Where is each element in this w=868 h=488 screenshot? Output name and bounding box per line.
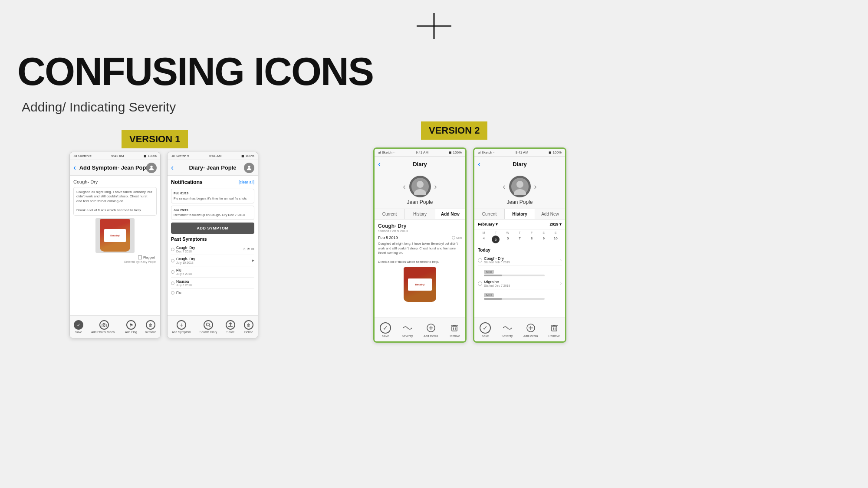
today-symptom-start-1: Started Feb 5 2019 [484,261,510,264]
nav-bar-v2-right: ‹ Diary [474,157,565,172]
symptom-details-1: Cough- Dry Started Feb 5 2019 [484,256,510,264]
status-left-v2l: ul Sketch ≈ [378,151,395,154]
back-btn-r[interactable]: ‹ [171,163,174,172]
symptom-date-3: July 5 2018 [176,272,254,275]
severity-btn-v2-right[interactable]: Severity [502,322,513,337]
back-btn-v2r[interactable]: ‹ [478,160,480,169]
search-diary-btn[interactable]: Search Diary [200,320,217,334]
symptom-icons-2: ▶ [252,259,254,262]
clear-all[interactable]: [clear all] [239,180,254,184]
status-right: ◼ 100% [144,154,157,158]
v2-left-entry-date: Feb 5 2019 [378,236,398,240]
add-media-btn-v2-left[interactable]: Add Media [424,322,438,337]
v2-left-symptom-title: Cough- Dry [378,223,462,229]
past-symptoms-title: Past Symptoms [171,236,254,242]
add-flag-btn-v1[interactable]: ⚑ Add Flag [125,320,137,334]
cal-7[interactable]: 7 [514,236,526,243]
chevron-right-v2r[interactable]: › [534,182,537,191]
tab-addnew-v2-right[interactable]: Add New [535,209,565,219]
notif-item-2: Jan 29/19 Reminder to follow up on Cough… [171,206,254,220]
flagged-checkbox[interactable]: Flagged [138,255,155,259]
chevron-right-v2[interactable]: › [434,182,437,191]
cal-9[interactable]: 9 [538,236,550,243]
avatar-row-v2-right: ‹ › [503,176,537,197]
avatar-v2-left [409,176,431,197]
tab-addnew-v2-left[interactable]: Add New [435,209,465,219]
nav-bar-v1-right: ‹ Diary- Jean Pople [168,160,258,176]
add-media-icon-v2r [525,322,536,334]
svg-point-4 [207,323,210,326]
add-symptom-bottom-btn[interactable]: + Add Symptom [172,320,191,334]
plus-icon [408,9,460,43]
back-button[interactable]: ‹ [73,163,76,172]
add-media-label-v2l: Add Media [424,334,438,337]
save-label-v2l: Save [382,334,389,337]
chevron-right-symptom-1: › [560,258,562,262]
notif-date-2: Jan 29/19 [174,208,252,213]
nav-avatar-r [244,163,254,173]
avatar-v1-left [146,163,157,173]
symptom-radio-today-2[interactable] [478,282,482,286]
add-symptom-btn[interactable]: ADD SYMPTOM [171,223,254,234]
symptom-row-1: Cough- Dry Dec 7 2018 ⚠ ⚑ ✉ [171,244,254,255]
tab-bar-v2-right: Current History Add New [474,209,565,219]
chevron-left-v2r[interactable]: ‹ [503,182,506,191]
status-bar-v1-right: .ul Sketch ≈ 9:41 AM ◼ 100% [168,152,258,160]
add-photo-btn-v1[interactable]: Add Photo/ Video... [91,320,117,334]
save-btn-v1[interactable]: ✓ Save [74,320,83,334]
share-btn[interactable]: Share [226,320,235,334]
svg-rect-22 [552,326,557,331]
camera-icon [99,320,109,330]
symptom-name-1: Cough- Dry [176,246,241,250]
cal-10[interactable]: 10 [549,236,562,243]
cal-8[interactable]: 8 [526,236,538,243]
main-heading: CONFUSING ICONS [17,52,373,91]
remove-btn-v2-left[interactable]: Remove [449,322,460,337]
cal-6[interactable]: 6 [502,236,514,243]
cal-5[interactable]: 5 [492,236,500,243]
svg-point-0 [150,165,152,167]
symptom-radio-3[interactable] [171,270,174,274]
v2-left-note: Coughed all night long. I have taken Ben… [378,242,462,265]
flagged-label: Flagged [143,255,155,259]
bottle-v2: Benadryl [404,267,436,302]
tab-history-v2-left[interactable]: History [405,209,435,219]
back-btn-v2l[interactable]: ‹ [378,160,381,169]
search-icon [204,320,213,330]
chevron-left-v2[interactable]: ‹ [403,182,406,191]
notif-date-1: Feb 01/19 [174,191,252,196]
severity-btn-v2-left[interactable]: Severity [402,322,413,337]
v2-left-symptom-date: Started Feb 5 2019 [378,229,462,233]
note-box-v1: Coughed all night long. I have taken Ben… [73,187,157,216]
symptom-radio-1[interactable] [171,248,174,251]
symptom-radio-4[interactable] [171,282,174,285]
note-text-v1: Coughed all night long. I have taken Ben… [76,190,152,203]
trash-icon-v2r [549,322,560,334]
remove-label: Remove [145,331,156,334]
symptom-name-5: Flu [176,291,254,295]
check-box[interactable] [138,255,142,259]
version2-label: VERSION 2 [421,121,487,140]
tab-bar-v2-left: Current History Add New [375,209,465,219]
email-icon: ✉ [251,247,254,251]
tab-history-v2-right[interactable]: History [505,209,535,219]
delete-btn[interactable]: 🗑 Delete [244,320,253,334]
remove-btn-v2-right[interactable]: Remove [549,322,560,337]
tab-current-v2-left[interactable]: Current [375,209,405,219]
flag-icon-s: ⚑ [247,247,250,251]
remove-btn-v1[interactable]: 🗑 Remove [145,320,156,334]
cal-4[interactable]: 4 [478,236,490,243]
nav-bar-v1-left: ‹ Add Symptom- Jean Pople [70,160,160,176]
save-btn-v2-right[interactable]: ✓ Save [480,322,491,337]
status-right-v2l: ◼ 100% [449,151,462,154]
symptom-radio-2[interactable] [171,259,174,262]
symptom-radio-5[interactable] [171,291,174,295]
symptom-icons-1: ⚠ ⚑ ✉ [243,247,254,251]
save-btn-v2-left[interactable]: ✓ Save [380,322,391,337]
tab-current-v2-right[interactable]: Current [474,209,505,219]
symptom-radio-today-1[interactable] [478,258,482,262]
add-media-btn-v2-right[interactable]: Add Media [523,322,538,337]
video-icon: ▶ [252,259,254,262]
flag-icon: ⚑ [126,320,136,330]
svg-point-17 [516,181,523,188]
